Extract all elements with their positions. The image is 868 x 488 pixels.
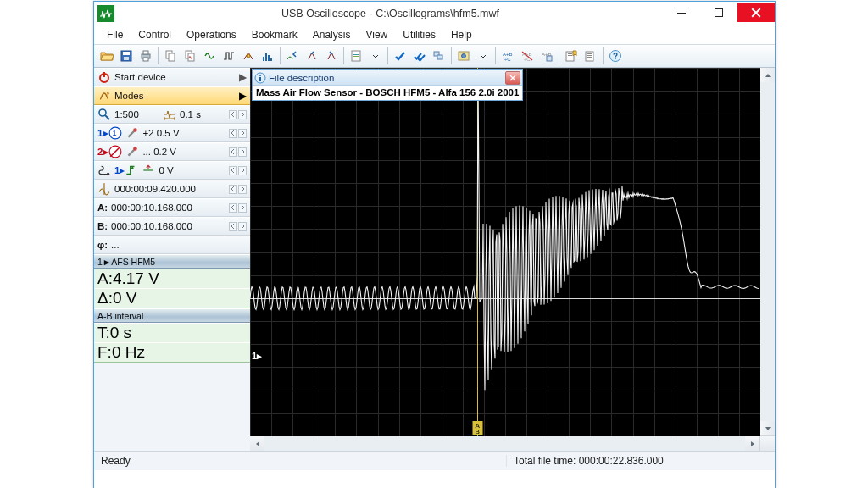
scroll-left-icon[interactable]	[250, 436, 264, 451]
horizontal-scrollbar[interactable]	[250, 435, 775, 451]
svg-rect-10	[209, 51, 209, 61]
toolbar-sep	[387, 47, 388, 64]
svg-point-48	[107, 173, 109, 175]
menu-operations[interactable]: Operations	[179, 27, 244, 42]
right-arrow-icon[interactable]	[238, 147, 247, 157]
measurement-f: F:0 Hz	[94, 342, 250, 363]
open-button[interactable]	[97, 47, 116, 65]
svg-rect-36	[587, 55, 592, 56]
maximize-button[interactable]	[700, 3, 737, 22]
goto-start-button[interactable]	[283, 47, 302, 65]
window-list-button[interactable]	[430, 47, 448, 65]
right-arrow-icon[interactable]	[238, 222, 247, 231]
scroll-down-icon[interactable]	[760, 421, 775, 435]
minimize-button[interactable]	[663, 3, 700, 22]
right-arrow-icon[interactable]	[238, 203, 247, 213]
bookmark-list-button[interactable]	[581, 47, 600, 65]
phi-row[interactable]: φ: ...	[94, 236, 250, 254]
measurement-a: A:4.17 V	[94, 269, 250, 288]
cursor-time-row[interactable]: 000:00:09.420.000	[94, 180, 250, 198]
menu-bookmark[interactable]: Bookmark	[244, 27, 305, 42]
scroll-right-icon[interactable]	[745, 436, 760, 451]
svg-rect-19	[353, 56, 359, 57]
file-description-text: Mass Air Flow Sensor - BOSCH HFM5 - Alfa…	[253, 86, 522, 100]
math-remove-button[interactable]: A+B÷C	[518, 47, 537, 65]
modes-button[interactable]: Modes▶	[94, 86, 250, 105]
right-arrow-icon[interactable]	[238, 166, 247, 175]
svg-rect-13	[265, 53, 267, 61]
right-arrow-icon[interactable]	[238, 129, 247, 138]
apply-button[interactable]	[391, 47, 409, 65]
right-arrow-icon[interactable]	[238, 110, 247, 119]
menu-control[interactable]: Control	[131, 27, 179, 42]
right-arrow-icon[interactable]	[238, 185, 247, 194]
math-edit-button[interactable]: A+B	[537, 47, 556, 65]
copy-button[interactable]	[161, 47, 180, 65]
menu-help[interactable]: Help	[443, 27, 480, 42]
left-arrow-icon[interactable]	[229, 147, 237, 157]
svg-rect-12	[263, 57, 264, 61]
help-button[interactable]: ?	[606, 47, 625, 65]
toolbar-sep	[603, 47, 604, 64]
goto-prev-button[interactable]	[303, 47, 321, 65]
left-arrow-icon[interactable]	[229, 129, 237, 138]
oscilloscope-display[interactable]: File description Mass Air Flow Sensor - …	[250, 68, 760, 435]
toolbar: A+B÷C A+B÷C A+B ?	[94, 44, 775, 68]
popup-close-button[interactable]	[505, 71, 520, 85]
channel1-row[interactable]: 1▸ 1 +2 0.5 V	[94, 124, 250, 142]
menu-view[interactable]: View	[358, 27, 395, 42]
scroll-up-icon[interactable]	[760, 68, 775, 82]
svg-rect-49	[103, 183, 104, 195]
probe-icon	[125, 126, 139, 140]
interval-header: A-B interval	[94, 308, 250, 323]
zoom-row[interactable]: 1:500 0.1 s	[94, 105, 250, 124]
print-button[interactable]	[136, 47, 155, 65]
trigger-row[interactable]: 1▸ 0 V	[94, 161, 250, 180]
start-device-button[interactable]: Start device▶	[94, 68, 250, 86]
copy-wave-button[interactable]	[181, 47, 199, 65]
time-cursor-icon	[97, 182, 111, 196]
left-arrow-icon[interactable]	[229, 110, 237, 119]
svg-point-11	[247, 54, 250, 58]
save-button[interactable]	[117, 47, 136, 65]
channel-header: 1►AFS HFM5	[94, 254, 250, 269]
menu-file[interactable]: File	[99, 27, 131, 42]
menu-analysis[interactable]: Analysis	[305, 27, 359, 42]
app-icon	[97, 5, 114, 22]
toolbar-sep	[280, 47, 281, 64]
toolbar-sep	[343, 47, 344, 64]
svg-rect-41	[103, 72, 105, 77]
left-arrow-icon[interactable]	[229, 203, 237, 213]
left-arrow-icon[interactable]	[229, 185, 237, 194]
report-dd-button[interactable]	[366, 47, 385, 65]
goto-next-button[interactable]	[322, 47, 341, 65]
expand-icon: ▶	[238, 71, 247, 83]
svg-rect-51	[259, 77, 261, 81]
screenshot-button[interactable]	[454, 47, 473, 65]
cursor-a-row[interactable]: A: 000:00:10.168.000	[94, 198, 250, 217]
menu-utilities[interactable]: Utilities	[395, 27, 443, 42]
bookmark-add-button[interactable]	[562, 47, 581, 65]
expand-icon: ▶	[238, 90, 247, 102]
report-button[interactable]	[347, 47, 365, 65]
cursor-tool-button[interactable]	[200, 47, 219, 65]
left-arrow-icon[interactable]	[229, 166, 237, 175]
svg-rect-30	[547, 56, 552, 61]
phase-tool-button[interactable]	[239, 47, 258, 65]
harmonic-button[interactable]	[259, 47, 277, 65]
vertical-scrollbar[interactable]	[760, 68, 775, 435]
channel2-row[interactable]: 2▸ ... 0.2 V	[94, 142, 250, 161]
close-button[interactable]	[737, 3, 775, 22]
trigger-icon	[97, 164, 111, 177]
channel-marker[interactable]: 1▸	[252, 351, 262, 362]
pulse-tool-button[interactable]	[220, 47, 238, 65]
screenshot-dd-button[interactable]	[474, 47, 492, 65]
left-arrow-icon[interactable]	[229, 222, 237, 231]
cursor-b-row[interactable]: B: 000:00:10.168.000	[94, 217, 250, 236]
svg-rect-1	[123, 52, 130, 55]
svg-rect-5	[143, 58, 148, 61]
math-add-button[interactable]: A+B÷C	[498, 47, 517, 65]
menu-bar: File Control Operations Bookmark Analysi…	[94, 25, 775, 44]
apply-all-button[interactable]	[410, 47, 429, 65]
svg-rect-4	[143, 51, 148, 54]
